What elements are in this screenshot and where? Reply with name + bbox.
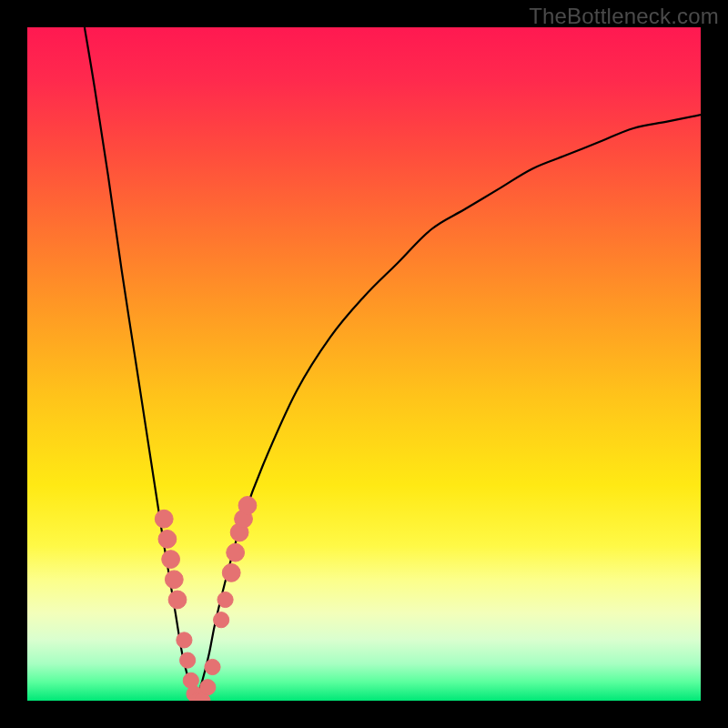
data-marker bbox=[162, 551, 180, 569]
watermark-text: TheBottleneck.com bbox=[529, 4, 719, 29]
data-marker bbox=[180, 652, 196, 668]
curve-right-branch bbox=[196, 115, 701, 701]
data-marker bbox=[177, 632, 192, 648]
data-marker bbox=[200, 680, 216, 695]
data-marker bbox=[158, 531, 177, 549]
data-marker bbox=[227, 543, 245, 561]
data-marker bbox=[165, 571, 183, 589]
data-marker bbox=[222, 564, 240, 582]
data-marker bbox=[238, 497, 257, 515]
data-marker bbox=[183, 672, 198, 688]
data-marker bbox=[217, 592, 233, 607]
chart-frame bbox=[27, 27, 701, 701]
bottleneck-curve bbox=[27, 27, 701, 701]
curve-data-markers bbox=[155, 497, 257, 702]
data-marker bbox=[214, 612, 229, 628]
data-marker bbox=[168, 591, 187, 609]
data-marker bbox=[205, 659, 220, 674]
data-marker bbox=[155, 510, 173, 528]
